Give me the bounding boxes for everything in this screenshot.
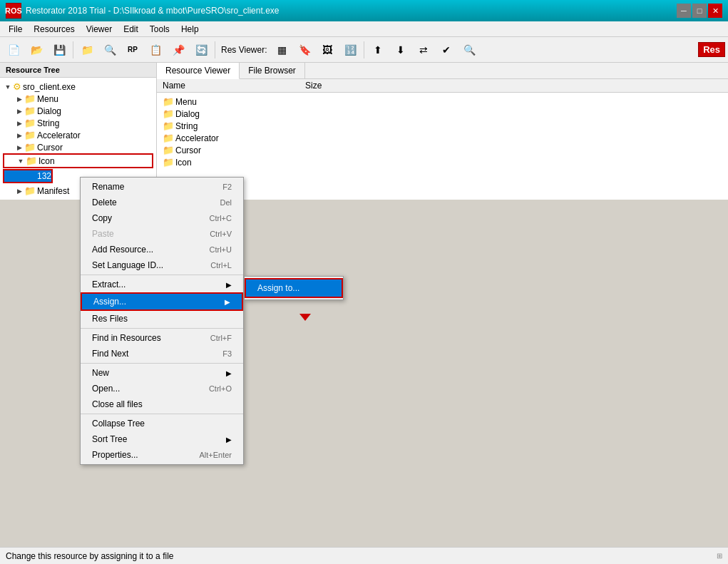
toolbar-search-button[interactable]: 🔍: [458, 40, 480, 60]
tree-item-accelerator[interactable]: ▶ 📁 Accelerator: [3, 129, 153, 141]
resource-tree-header: Resource Tree: [0, 63, 156, 78]
toolbar-paste-button[interactable]: 📌: [168, 40, 189, 60]
ctx-set-language[interactable]: Set Language ID... Ctrl+L: [81, 257, 243, 273]
toolbar-up-button[interactable]: ⬆: [367, 40, 389, 60]
ctx-find-resources-shortcut: Ctrl+F: [210, 334, 232, 342]
ctx-open[interactable]: Open... Ctrl+O: [81, 381, 243, 396]
ctx-set-language-shortcut: Ctrl+L: [210, 261, 232, 270]
tree-item-132[interactable]: 132: [3, 169, 53, 183]
submenu-assign-to[interactable]: Assign to...: [245, 278, 343, 298]
toolbar-new-button[interactable]: 📄: [3, 40, 24, 60]
menu-tools[interactable]: Tools: [144, 23, 175, 36]
title-bar: ROS Restorator 2018 Trial - D:\SIlkroad …: [0, 0, 728, 21]
tree-label-accelerator: Accelerator: [37, 130, 81, 140]
folder-icon: 📁: [163, 145, 174, 155]
toolbar-save-button[interactable]: 💾: [48, 40, 70, 60]
ctx-add-resource[interactable]: Add Resource... Ctrl+U: [81, 242, 243, 257]
toolbar-check-button[interactable]: ✔: [436, 40, 457, 60]
tree-item-menu[interactable]: ▶ 📁 Menu: [3, 93, 153, 105]
ctx-paste[interactable]: Paste Ctrl+V: [81, 226, 243, 242]
ctx-properties-shortcut: Alt+Enter: [199, 451, 232, 459]
ctx-find-next-shortcut: F3: [222, 349, 232, 358]
toolbar-rp-button[interactable]: RP: [122, 40, 143, 60]
tab-resource-viewer[interactable]: Resource Viewer: [157, 63, 240, 79]
ctx-add-resource-shortcut: Ctrl+U: [210, 245, 232, 254]
ctx-add-resource-label: Add Resource...: [92, 245, 153, 255]
toolbar-folder-button[interactable]: 📁: [76, 40, 98, 60]
ctx-properties[interactable]: Properties... Alt+Enter: [81, 447, 243, 463]
toolbar-swap-button[interactable]: ⇄: [413, 40, 434, 60]
ctx-extract[interactable]: Extract... ▶: [81, 277, 243, 292]
list-item[interactable]: 📁 Accelerator: [163, 132, 722, 144]
tree-item-icon[interactable]: ▼ 📁 Icon: [3, 153, 153, 168]
list-item[interactable]: 📁 Dialog: [163, 108, 722, 120]
tree-item-sroclient[interactable]: ▼ ⚙ sro_client.exe: [3, 81, 153, 93]
ctx-copy[interactable]: Copy Ctrl+C: [81, 210, 243, 226]
list-item-label: Dialog: [175, 109, 200, 119]
menu-resources[interactable]: Resources: [28, 23, 80, 36]
ctx-collapse-tree[interactable]: Collapse Tree: [81, 416, 243, 431]
menu-edit[interactable]: Edit: [118, 23, 144, 36]
ctx-assign[interactable]: Assign... ▶: [81, 292, 243, 311]
ctx-find-next[interactable]: Find Next F3: [81, 346, 243, 362]
ctx-close-all-label: Close all files: [92, 399, 143, 409]
ctx-find-next-label: Find Next: [92, 349, 128, 359]
list-item-label: Accelerator: [175, 133, 219, 143]
title-bar-title: Restorator 2018 Trial - D:\SIlkroad & mb…: [26, 6, 279, 16]
tree-item-dialog[interactable]: ▶ 📁 Dialog: [3, 105, 153, 117]
minimize-button[interactable]: ─: [677, 4, 691, 18]
folder-icon: 📁: [163, 108, 174, 119]
toolbar-down-button[interactable]: ⬇: [390, 40, 411, 60]
menu-viewer[interactable]: Viewer: [81, 23, 118, 36]
ctx-sort-tree[interactable]: Sort Tree ▶: [81, 431, 243, 447]
toolbar-separator-3: [364, 41, 364, 58]
ctx-separator-3: [81, 363, 243, 364]
folder-icon-cursor: 📁: [24, 142, 36, 153]
ctx-res-files[interactable]: Res Files: [81, 311, 243, 327]
ctx-assign-arrow-icon: ▶: [225, 298, 230, 306]
tree-item-string[interactable]: ▶ 📁 String: [3, 117, 153, 129]
folder-icon-manifest: 📁: [24, 185, 36, 196]
tree-label-string: String: [37, 118, 59, 128]
toolbar-open-button[interactable]: 📂: [26, 40, 47, 60]
column-header-size: Size: [305, 81, 722, 91]
ctx-delete[interactable]: Delete Del: [81, 195, 243, 210]
tree-arrow-sroclient: ▼: [3, 83, 13, 91]
list-item[interactable]: 📁 Icon: [163, 156, 722, 168]
close-button[interactable]: ✕: [708, 4, 722, 18]
toolbar-bookmark-button[interactable]: 🔖: [294, 40, 315, 60]
toolbar-copy-button[interactable]: 📋: [145, 40, 166, 60]
maximize-button[interactable]: □: [692, 4, 707, 18]
ctx-rename-shortcut: F2: [222, 183, 232, 191]
menu-help[interactable]: Help: [175, 23, 205, 36]
folder-icon: 📁: [163, 133, 174, 143]
ctx-find-resources-label: Find in Resources: [92, 333, 161, 343]
toolbar-grid-button[interactable]: ▦: [271, 40, 292, 60]
folder-icon-icon: 📁: [26, 155, 37, 166]
ctx-new[interactable]: New ▶: [81, 365, 243, 381]
res-viewer-label: Res Viewer:: [221, 45, 267, 55]
ctx-find-resources[interactable]: Find in Resources Ctrl+F: [81, 330, 243, 346]
ctx-delete-label: Delete: [92, 198, 117, 207]
toolbar-reload-button[interactable]: 🔄: [190, 40, 212, 60]
tab-file-browser[interactable]: File Browser: [240, 63, 305, 78]
submenu-assign-to-label: Assign to...: [257, 283, 299, 293]
ctx-rename[interactable]: Rename F2: [81, 179, 243, 195]
toolbar-img-button[interactable]: 🖼: [317, 40, 338, 60]
list-item[interactable]: 📁 Menu: [163, 96, 722, 108]
toolbar-counter-button[interactable]: 🔢: [339, 40, 361, 60]
menu-bar: File Resources Viewer Edit Tools Help: [0, 21, 728, 37]
app-logo-icon: ROS: [6, 3, 21, 19]
list-item[interactable]: 📁 Cursor: [163, 144, 722, 156]
tab-bar: Resource Viewer File Browser: [157, 63, 728, 79]
ctx-assign-label: Assign...: [93, 297, 126, 307]
toolbar-zoom-button[interactable]: 🔍: [99, 40, 121, 60]
submenu: Assign to...: [244, 276, 344, 300]
folder-icon-menu: 📁: [24, 93, 36, 104]
ctx-close-all[interactable]: Close all files: [81, 396, 243, 412]
menu-file[interactable]: File: [3, 23, 28, 36]
tree-label-dialog: Dialog: [37, 106, 61, 116]
file-list-content: 📁 Menu 📁 Dialog 📁 String 📁 Accelerator 📁…: [157, 93, 728, 171]
tree-item-cursor[interactable]: ▶ 📁 Cursor: [3, 141, 153, 153]
list-item[interactable]: 📁 String: [163, 120, 722, 132]
